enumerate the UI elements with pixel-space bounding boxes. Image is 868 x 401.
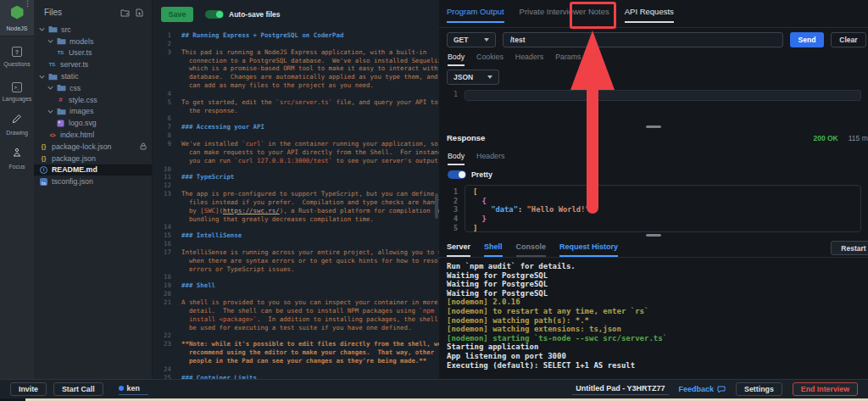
console-separator — [439, 257, 868, 258]
editor-line: when there are syntax errors or to get q… — [153, 257, 439, 265]
pretty-toggle-row: Pretty — [448, 170, 492, 179]
pane-resize-handle[interactable] — [439, 233, 868, 237]
console-tab-shell[interactable]: Shell — [484, 242, 503, 257]
file-tree-header: Files — [34, 0, 152, 24]
invite-button[interactable]: Invite — [10, 382, 47, 396]
rail-item-nodejs[interactable]: ⋮NodeJS — [0, 0, 34, 36]
editor-line: 3This pad is running a NodeJS Express ap… — [153, 48, 439, 57]
response-body-viewer[interactable]: 1[2 {3 "data": "Hello World!"4 }5] — [439, 187, 861, 232]
status-bar: Invite Start Call ken Untitled Pad - Y3H… — [0, 379, 868, 398]
method-select[interactable]: GET — [447, 32, 496, 47]
server-log-line: Run `npm audit` for details. — [447, 262, 865, 271]
request-body-editor[interactable]: 1 — [439, 90, 861, 101]
console-tab-request-history[interactable]: Request History — [559, 242, 618, 257]
tree-row-readme-md[interactable]: iREADME.md — [34, 164, 152, 176]
tree-row-css[interactable]: css — [34, 82, 152, 94]
user-presence: ken — [119, 384, 148, 395]
file-name: src — [61, 25, 71, 34]
request-tab-cookies[interactable]: Cookies — [476, 53, 504, 66]
tree-row-index-html[interactable]: <>index.html — [34, 129, 152, 141]
tab-program-output[interactable]: Program Output — [447, 7, 504, 23]
editor-line: be used for executing a test suite if yo… — [153, 324, 439, 332]
request-tab-body[interactable]: Body — [448, 53, 465, 66]
response-tab-body[interactable]: Body — [448, 152, 465, 165]
request-tab-headers[interactable]: Headers — [515, 53, 543, 66]
response-tab-headers[interactable]: Headers — [476, 152, 504, 165]
autosave-toggle[interactable] — [205, 10, 224, 19]
tab-api-requests[interactable]: API Requests — [625, 7, 674, 23]
pad-title[interactable]: Untitled Pad - Y3HRTZ77 — [572, 384, 668, 395]
file-name: static — [61, 72, 79, 81]
request-tab-params[interactable]: Params — [555, 53, 581, 66]
pretty-label: Pretty — [471, 170, 492, 179]
editor-line: database. Changes are automatically appl… — [153, 73, 439, 81]
pretty-toggle[interactable] — [448, 170, 466, 179]
file-name: models — [70, 37, 93, 46]
markdown-editor-panel: Save Auto-save files 1## Running Express… — [153, 0, 439, 379]
tree-row-tsconfig-json[interactable]: tstsconfig.json — [34, 175, 152, 187]
editor-line: 5To get started, edit the `src/server.ts… — [153, 98, 439, 107]
new-folder-icon[interactable] — [120, 8, 130, 17]
tree-row-package-lock-json[interactable]: {}package-lock.json — [34, 141, 152, 153]
tree-row-images[interactable]: images — [34, 106, 152, 118]
tree-row-user-ts[interactable]: TSUser.ts — [34, 47, 152, 59]
editor-line: detail. The shell can be used to install… — [153, 307, 439, 315]
feedback-link[interactable]: Feedback — [679, 385, 726, 393]
editor-line: 7### Accessing your API — [153, 123, 439, 131]
console-tab-console[interactable]: Console — [516, 242, 547, 257]
tree-row-logo-svg[interactable]: logo.svg — [34, 117, 152, 129]
tab-private-interviewer-notes[interactable]: Private Interviewer Notes — [520, 7, 609, 23]
markdown-source[interactable]: 1## Running Express + PostgreSQL on Code… — [153, 29, 439, 382]
tree-row-server-ts[interactable]: TSserver.ts — [34, 58, 152, 70]
left-rail: ⋮NodeJS?Questions>_LanguagesDrawingFocus — [0, 0, 34, 379]
chevron-down-icon — [39, 74, 46, 80]
rail-item-focus[interactable]: Focus — [0, 140, 34, 174]
request-body-input[interactable] — [465, 90, 861, 101]
send-button[interactable]: Send — [790, 32, 824, 47]
tree-row-models[interactable]: models — [34, 36, 152, 47]
server-log[interactable]: Run `npm audit` for details.Waiting for … — [447, 262, 865, 370]
server-log-line: [nodemon] to restart at any time, enter … — [447, 307, 865, 316]
editor-line: 20 — [153, 290, 439, 298]
lock-icon — [140, 142, 147, 150]
chevron-down-icon — [39, 26, 46, 32]
tree-row-static[interactable]: static — [34, 70, 152, 82]
tree-row-style-css[interactable]: #style.css — [34, 94, 152, 106]
end-interview-button[interactable]: End Interview — [793, 382, 858, 396]
tree-row-src[interactable]: src — [34, 24, 152, 36]
pane-resize-handle[interactable] — [439, 125, 868, 129]
editor-line: 17IntelliSense is running across your en… — [153, 248, 439, 257]
editor-line: you can run `curl 127.0.0.1:3000/test` t… — [153, 157, 439, 165]
console-tab-server[interactable]: Server — [447, 242, 470, 257]
file-tree-panel: Files srcmodelsTSUser.tsTSserver.tsstati… — [34, 0, 153, 379]
restart-button[interactable]: Restart — [831, 241, 868, 255]
new-file-icon[interactable] — [136, 8, 143, 17]
file-name: css — [70, 84, 81, 92]
editor-scrollbar[interactable] — [435, 193, 438, 219]
editor-line: 13The app is pre-configured to support T… — [153, 190, 439, 198]
editor-line: 12 — [153, 181, 439, 190]
file-name: User.ts — [69, 48, 92, 57]
editor-line: 9We've installed `curl` in the container… — [153, 140, 439, 148]
file-name: package-lock.json — [52, 142, 111, 151]
folder-file-icon — [48, 25, 58, 33]
body-type-select[interactable]: JSON — [447, 70, 499, 85]
line-number: 1 — [439, 90, 465, 101]
url-input[interactable] — [503, 32, 783, 47]
autosave-label: Auto-save files — [229, 10, 280, 19]
rail-item-questions[interactable]: ?Questions — [0, 36, 34, 71]
chevron-down-icon — [47, 38, 54, 44]
kebab-menu-icon[interactable]: ⋮ — [24, 2, 31, 5]
files-title: Files — [44, 8, 62, 17]
response-header: Response 200 OK 115 ms — [447, 133, 868, 142]
start-call-button[interactable]: Start Call — [53, 382, 103, 396]
server-log-line: Waiting for PostgreSQL — [447, 271, 865, 281]
response-json-line: 2 { — [439, 197, 861, 206]
server-log-line: [nodemon] starting `ts-node --swc src/se… — [447, 334, 865, 343]
tree-row-package-json[interactable]: {}package.json — [34, 153, 152, 164]
save-button[interactable]: Save — [161, 7, 193, 22]
rail-item-drawing[interactable]: Drawing — [0, 106, 34, 140]
rail-item-languages[interactable]: >_Languages — [0, 71, 34, 107]
clear-button[interactable]: Clear — [831, 32, 866, 47]
settings-button[interactable]: Settings — [736, 382, 782, 396]
